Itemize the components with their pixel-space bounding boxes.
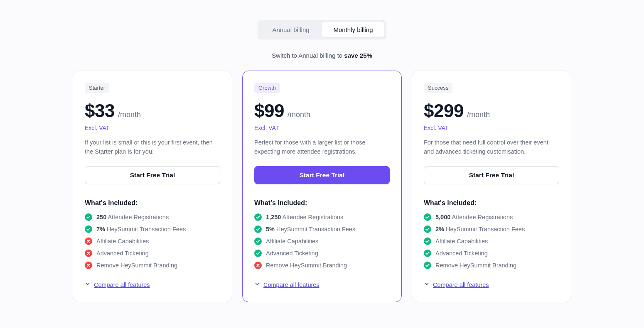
- check-circle-icon: [254, 237, 262, 245]
- price-row: $99 /month: [254, 100, 390, 121]
- feature-item: Affiliate Capabilities: [254, 237, 390, 245]
- x-circle-icon: [254, 262, 262, 269]
- plan-badge: Starter: [85, 83, 109, 93]
- chevron-down-icon: [85, 281, 91, 288]
- plan-card-success: Success $299 /month Excl. VAT For those …: [412, 71, 571, 302]
- price-amount: $299: [424, 100, 464, 121]
- feature-text: Remove HeySummit Branding: [266, 262, 347, 269]
- feature-item: 5% HeySummit Transaction Fees: [254, 225, 390, 233]
- check-circle-icon: [85, 213, 92, 221]
- feature-list: 250 Attendee Registrations 7% HeySummit …: [85, 213, 220, 269]
- x-circle-icon: [85, 237, 92, 245]
- feature-list: 1,250 Attendee Registrations 5% HeySummi…: [254, 213, 390, 269]
- feature-text: 2% HeySummit Transaction Fees: [435, 226, 525, 233]
- compare-label: Compare all features: [263, 281, 320, 288]
- feature-item: Affiliate Capabilities: [424, 237, 559, 245]
- included-title: What's included:: [85, 199, 220, 207]
- switch-note-bold: save 25%: [344, 52, 372, 59]
- feature-text: 1,250 Attendee Registrations: [266, 214, 343, 220]
- check-circle-icon: [254, 213, 262, 221]
- feature-item: Affiliate Capabilities: [85, 237, 220, 245]
- price-period: /month: [288, 110, 310, 119]
- check-circle-icon: [254, 250, 262, 257]
- feature-text: Affiliate Capabilities: [266, 238, 318, 245]
- feature-item: 1,250 Attendee Registrations: [254, 213, 390, 221]
- plan-description: If your list is small or this is your fi…: [85, 138, 220, 157]
- x-circle-icon: [85, 250, 92, 257]
- check-circle-icon: [254, 225, 262, 233]
- price-period: /month: [467, 110, 490, 119]
- plan-card-growth: Growth $99 /month Excl. VAT Perfect for …: [242, 71, 402, 302]
- feature-text: Remove HeySummit Branding: [96, 262, 177, 269]
- plan-badge: Growth: [254, 83, 280, 93]
- feature-list: 5,000 Attendee Registrations 2% HeySummi…: [424, 213, 559, 269]
- chevron-down-icon: [424, 281, 430, 288]
- feature-text: 7% HeySummit Transaction Fees: [96, 226, 186, 233]
- price-period: /month: [118, 110, 141, 119]
- compare-all-features-link[interactable]: Compare all features: [424, 281, 489, 288]
- annual-billing-tab[interactable]: Annual billing: [260, 22, 322, 37]
- switch-note-text: Switch to Annual billing to: [272, 52, 344, 59]
- plan-description: For those that need full control over th…: [424, 138, 559, 157]
- feature-text: Advanced Ticketing: [435, 250, 488, 257]
- feature-item: Advanced Ticketing: [85, 250, 220, 257]
- x-circle-icon: [85, 262, 92, 269]
- check-circle-icon: [85, 225, 92, 233]
- price-row: $33 /month: [85, 100, 220, 121]
- feature-item: Remove HeySummit Branding: [254, 262, 390, 269]
- switch-note: Switch to Annual billing to save 25%: [73, 52, 571, 59]
- check-circle-icon: [424, 250, 431, 257]
- feature-item: Remove HeySummit Branding: [85, 262, 220, 269]
- feature-text: 5% HeySummit Transaction Fees: [266, 226, 355, 233]
- feature-text: Remove HeySummit Branding: [435, 262, 516, 269]
- compare-label: Compare all features: [94, 281, 150, 288]
- feature-text: Advanced Ticketing: [266, 250, 318, 257]
- feature-text: Affiliate Capabilities: [96, 238, 149, 245]
- monthly-billing-tab[interactable]: Monthly billing: [322, 22, 384, 37]
- vat-note: Excl. VAT: [85, 125, 220, 131]
- price-amount: $33: [85, 100, 115, 121]
- feature-item: Remove HeySummit Branding: [424, 262, 559, 269]
- price-row: $299 /month: [424, 100, 559, 121]
- price-amount: $99: [254, 100, 284, 121]
- plans-row: Starter $33 /month Excl. VAT If your lis…: [73, 71, 571, 302]
- check-circle-icon: [424, 213, 431, 221]
- vat-note: Excl. VAT: [254, 125, 390, 131]
- feature-item: 5,000 Attendee Registrations: [424, 213, 559, 221]
- feature-text: 5,000 Attendee Registrations: [435, 214, 513, 220]
- plan-badge: Success: [424, 83, 452, 93]
- feature-item: 7% HeySummit Transaction Fees: [85, 225, 220, 233]
- feature-item: Advanced Ticketing: [254, 250, 390, 257]
- feature-text: 250 Attendee Registrations: [96, 214, 169, 220]
- chevron-down-icon: [254, 281, 260, 288]
- start-free-trial-button[interactable]: Start Free Trial: [85, 166, 220, 184]
- start-free-trial-button[interactable]: Start Free Trial: [424, 166, 559, 184]
- compare-label: Compare all features: [433, 281, 489, 288]
- start-free-trial-button[interactable]: Start Free Trial: [254, 166, 390, 184]
- plan-card-starter: Starter $33 /month Excl. VAT If your lis…: [73, 71, 232, 302]
- feature-text: Advanced Ticketing: [96, 250, 149, 257]
- included-title: What's included:: [424, 199, 559, 207]
- check-circle-icon: [424, 225, 431, 233]
- feature-item: Advanced Ticketing: [424, 250, 559, 257]
- included-title: What's included:: [254, 199, 390, 207]
- vat-note: Excl. VAT: [424, 125, 559, 131]
- compare-all-features-link[interactable]: Compare all features: [85, 281, 150, 288]
- feature-item: 2% HeySummit Transaction Fees: [424, 225, 559, 233]
- plan-description: Perfect for those with a larger list or …: [254, 138, 390, 157]
- compare-all-features-link[interactable]: Compare all features: [254, 281, 320, 288]
- check-circle-icon: [424, 237, 431, 245]
- check-circle-icon: [424, 262, 431, 269]
- feature-text: Affiliate Capabilities: [435, 238, 488, 245]
- billing-toggle: Annual billing Monthly billing: [258, 20, 386, 39]
- feature-item: 250 Attendee Registrations: [85, 213, 220, 221]
